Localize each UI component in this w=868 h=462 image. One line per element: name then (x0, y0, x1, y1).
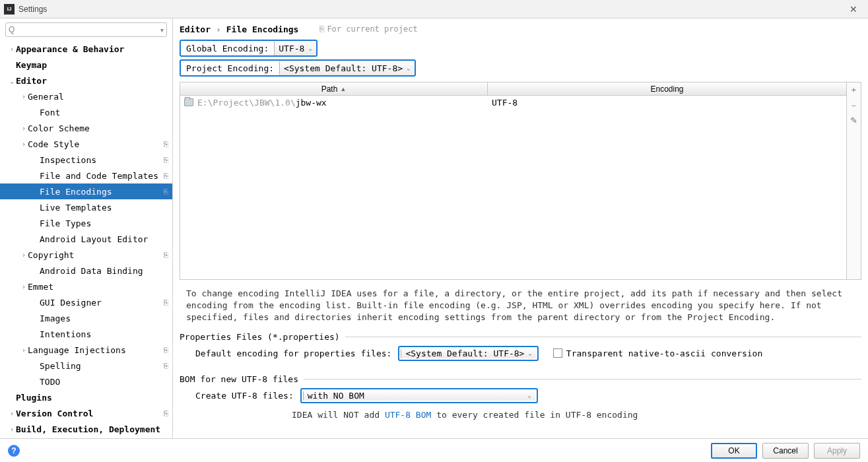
sidebar-item-intentions[interactable]: Intentions (0, 326, 172, 342)
properties-encoding-label: Default encoding for properties files: (195, 348, 391, 358)
chevron-right-icon[interactable]: › (20, 141, 28, 148)
sidebar-item-label: Inspections (40, 155, 161, 165)
create-utf8-label: Create UTF-8 files: (195, 391, 294, 401)
titlebar: IJ Settings ✕ (0, 0, 868, 18)
sidebar-item-android-layout-editor[interactable]: Android Layout Editor (0, 231, 172, 247)
sidebar-item-label: Plugins (16, 393, 168, 403)
project-scope-icon: ⎘ (164, 140, 168, 148)
search-input[interactable]: Q ▾ (5, 22, 167, 37)
chevron-down-icon[interactable]: ▾ (160, 26, 164, 34)
properties-section-title: Properties Files (*.properties) (180, 332, 340, 342)
ok-button[interactable]: OK (711, 443, 757, 459)
sidebar-item-label: Live Templates (40, 203, 168, 213)
bom-note: IDEA will NOT add UTF-8 BOM to every cre… (292, 410, 868, 420)
apply-button[interactable]: Apply (814, 443, 860, 459)
sidebar-item-build-execution-deployment[interactable]: ›Build, Execution, Deployment (0, 421, 172, 437)
path-prefix: E:\Project\JBW\1.0\ (197, 98, 296, 108)
help-icon[interactable]: ? (8, 445, 20, 457)
row-encoding[interactable]: UTF-8 (488, 98, 846, 108)
remove-icon[interactable]: － (850, 100, 858, 112)
sidebar-item-emmet[interactable]: ›Emmet (0, 279, 172, 294)
column-header-path[interactable]: Path▲ (180, 82, 488, 95)
sidebar-item-file-and-code-templates[interactable]: File and Code Templates⎘ (0, 168, 172, 183)
edit-icon[interactable]: ✎ (850, 116, 857, 125)
add-icon[interactable]: ＋ (850, 84, 858, 96)
sidebar-item-plugins[interactable]: Plugins (0, 389, 172, 405)
app-icon: IJ (4, 4, 15, 15)
sidebar-item-language-injections[interactable]: ›Language Injections⎘ (0, 342, 172, 358)
sidebar-item-version-control[interactable]: ›Version Control⎘ (0, 405, 172, 421)
chevron-right-icon[interactable]: › (20, 346, 28, 354)
project-scope-icon: ⎘ (164, 187, 168, 196)
main-panel: Editor › File Encodings For current proj… (173, 18, 868, 438)
search-icon: Q (9, 25, 15, 34)
sidebar-item-keymap[interactable]: Keymap (0, 57, 172, 73)
column-header-encoding[interactable]: Encoding (488, 82, 846, 95)
create-utf8-value: with NO BOM (308, 391, 364, 401)
chevron-right-icon[interactable]: › (20, 283, 28, 290)
sidebar-item-general[interactable]: ›General (0, 88, 172, 104)
chevron-right-icon[interactable]: › (8, 46, 16, 53)
global-encoding-combo[interactable]: UTF-8 ⌄ (274, 41, 316, 55)
sidebar-item-label: Copyright (28, 250, 161, 260)
sidebar-item-label: General (28, 92, 168, 102)
project-scope-icon: ⎘ (164, 409, 168, 418)
sidebar-item-font[interactable]: Font (0, 104, 172, 120)
chevron-right-icon[interactable]: › (20, 125, 28, 132)
chevron-down-icon[interactable]: ⌄ (8, 77, 16, 84)
sidebar-item-copyright[interactable]: ›Copyright⎘ (0, 247, 172, 263)
table-row[interactable]: E:\Project\JBW\1.0\jbw-wx UTF-8 (180, 96, 846, 109)
sidebar-item-file-encodings[interactable]: File Encodings⎘ (0, 183, 172, 199)
properties-encoding-combo[interactable]: <System Default: UTF-8> ⌄ (401, 348, 535, 358)
sidebar-item-live-templates[interactable]: Live Templates (0, 199, 172, 215)
chevron-right-icon[interactable]: › (20, 251, 28, 259)
sidebar-item-gui-designer[interactable]: GUI Designer⎘ (0, 294, 172, 310)
breadcrumb: Editor › File Encodings For current proj… (173, 18, 868, 40)
sidebar-item-android-data-binding[interactable]: Android Data Binding (0, 263, 172, 279)
sidebar-item-color-scheme[interactable]: ›Color Scheme (0, 120, 172, 136)
chevron-right-icon[interactable]: › (8, 426, 16, 433)
breadcrumb-current: File Encodings (226, 24, 299, 34)
window-title: Settings (18, 5, 843, 14)
sidebar-item-editor[interactable]: ⌄Editor (0, 73, 172, 88)
settings-tree: ›Appearance & BehaviorKeymap⌄Editor›Gene… (0, 41, 172, 438)
project-scope-icon: ⎘ (164, 156, 168, 164)
global-encoding-value: UTF-8 (279, 44, 304, 53)
sidebar-item-label: File Types (40, 218, 168, 228)
project-scope-icon: ⎘ (164, 251, 168, 259)
project-encoding-combo[interactable]: <System Default: UTF-8> ⌄ (279, 61, 414, 75)
sidebar-item-inspections[interactable]: Inspections⎘ (0, 152, 172, 168)
close-icon[interactable]: ✕ (843, 4, 864, 15)
transparent-ascii-label: Transparent native-to-ascii conversion (566, 348, 762, 358)
search-field[interactable] (16, 24, 160, 35)
sidebar-item-appearance-behavior[interactable]: ›Appearance & Behavior (0, 41, 172, 57)
utf8-bom-link[interactable]: UTF-8 BOM (385, 410, 431, 420)
project-scope-icon: ⎘ (164, 346, 168, 354)
chevron-right-icon[interactable]: › (8, 410, 16, 417)
create-utf8-combo[interactable]: with NO BOM ⌄ (303, 391, 535, 401)
description-text: To change encoding IntelliJ IDEA uses fo… (173, 284, 868, 331)
sidebar-item-code-style[interactable]: ›Code Style⎘ (0, 136, 172, 152)
sidebar-item-label: Keymap (16, 60, 168, 70)
cancel-button[interactable]: Cancel (762, 443, 809, 459)
chevron-right-icon[interactable]: › (20, 93, 28, 100)
sidebar-item-label: Color Scheme (28, 123, 168, 133)
chevron-right-icon: › (216, 24, 221, 34)
sidebar-item-label: Build, Execution, Deployment (16, 424, 168, 434)
transparent-ascii-checkbox[interactable] (553, 348, 562, 358)
sidebar: Q ▾ ›Appearance & BehaviorKeymap⌄Editor›… (0, 18, 173, 438)
sidebar-item-label: Android Layout Editor (40, 234, 168, 244)
sidebar-item-label: Appearance & Behavior (16, 44, 168, 54)
project-scope-icon: ⎘ (164, 362, 168, 370)
breadcrumb-parent[interactable]: Editor (180, 24, 211, 34)
sidebar-item-label: Font (40, 108, 168, 117)
bom-section-title: BOM for new UTF-8 files (180, 374, 298, 384)
sidebar-item-label: TODO (40, 377, 168, 387)
chevron-down-icon: ⌄ (407, 65, 410, 71)
sidebar-item-spelling[interactable]: Spelling⎘ (0, 358, 172, 374)
sidebar-item-label: Android Data Binding (40, 266, 168, 276)
sidebar-item-images[interactable]: Images (0, 310, 172, 326)
chevron-down-icon: ⌄ (528, 350, 531, 356)
sidebar-item-todo[interactable]: TODO (0, 374, 172, 389)
sidebar-item-file-types[interactable]: File Types (0, 215, 172, 231)
